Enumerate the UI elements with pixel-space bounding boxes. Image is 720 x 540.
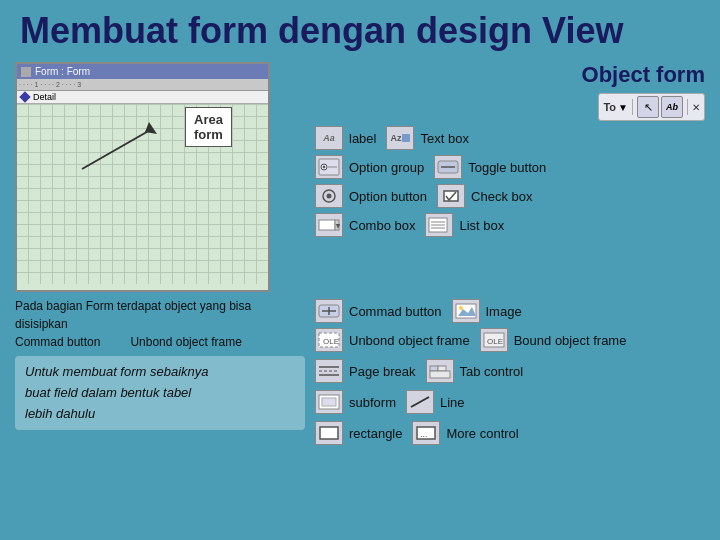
item-image-label: Image xyxy=(486,304,522,319)
subform-icon xyxy=(315,390,343,414)
object-toolbar: To ▼ ↖ Ab ✕ xyxy=(598,93,705,121)
item-togglebutton-label: Toggle button xyxy=(468,160,546,175)
item-optiongroup-label: Option group xyxy=(349,160,424,175)
item-label: Aa label xyxy=(315,124,376,152)
svg-rect-32 xyxy=(430,371,450,378)
form-titlebar: Form : Form xyxy=(17,64,268,79)
paragraph-text: Pada bagian Form terdapat object yang bi… xyxy=(15,297,305,351)
toolbar-arrow-icon[interactable]: ▼ xyxy=(618,102,628,113)
item-optionbutton-label: Option button xyxy=(349,189,427,204)
combobox-icon xyxy=(315,213,343,237)
detail-label: Detail xyxy=(33,92,56,102)
svg-line-35 xyxy=(411,397,429,407)
item-boundframe-label: Bound object frame xyxy=(514,333,627,348)
label-icon: Aa xyxy=(315,126,343,150)
svg-rect-11 xyxy=(319,220,335,230)
item-label-text-label: label xyxy=(349,131,376,146)
listbox-icon xyxy=(425,213,453,237)
bottom-left-panel: Pada bagian Form terdapat object yang bi… xyxy=(15,297,305,447)
object-form-title: Object form xyxy=(315,62,705,88)
svg-point-9 xyxy=(327,194,332,199)
form-detail-bar: Detail xyxy=(17,91,268,104)
line-icon xyxy=(406,390,434,414)
svg-text:...: ... xyxy=(420,429,428,439)
toolbar-separator2 xyxy=(687,99,688,115)
rectangle-icon xyxy=(315,421,343,445)
svg-point-22 xyxy=(459,306,463,310)
optiongroup-icon xyxy=(315,155,343,179)
item-subform: subform xyxy=(315,388,396,416)
item-textbox-label: Text box xyxy=(420,131,468,146)
commandbutton-icon xyxy=(315,299,343,323)
svg-line-0 xyxy=(82,129,152,169)
item-optiongroup: Option group xyxy=(315,153,424,181)
item-combobox: Combo box xyxy=(315,211,415,239)
item-line-label: Line xyxy=(440,395,465,410)
svg-rect-30 xyxy=(430,366,438,371)
form-ruler: · · · · 1 · · · · 2 · · · · 3 xyxy=(17,79,268,91)
item-morecontrol-label: More control xyxy=(446,426,518,441)
item-unboundframe: OLE Unbond object frame xyxy=(315,326,470,354)
item-unboundframe-label: Unbond object frame xyxy=(349,333,470,348)
object-form-panel: Object form To ▼ ↖ Ab ✕ Aa xyxy=(315,57,705,292)
item-rectangle: rectangle xyxy=(315,419,402,447)
item-commandbutton: Commad button xyxy=(315,297,442,325)
toolbar-separator xyxy=(632,99,633,115)
item-rectangle-label: rectangle xyxy=(349,426,402,441)
item-combobox-label: Combo box xyxy=(349,218,415,233)
boundframe-icon: OLE xyxy=(480,328,508,352)
item-optionbutton: Option button xyxy=(315,182,427,210)
item-line: Line xyxy=(406,388,465,416)
optionbutton-icon xyxy=(315,184,343,208)
form-screenshot: Form : Form · · · · 1 · · · · 2 · · · · … xyxy=(15,62,270,292)
toggle-icon xyxy=(434,155,462,179)
item-subform-label: subform xyxy=(349,395,396,410)
item-togglebutton: Toggle button xyxy=(434,153,546,181)
form-title-text: Form : Form xyxy=(35,66,90,77)
item-checkbox: Check box xyxy=(437,182,532,210)
item-pagebreak: Page break xyxy=(315,357,416,385)
svg-rect-31 xyxy=(438,366,446,371)
items-container: Aa label Az Text box xyxy=(315,124,705,239)
checkbox-icon xyxy=(437,184,465,208)
toolbar-btn-cursor[interactable]: ↖ xyxy=(637,96,659,118)
textbox-icon: Az xyxy=(386,126,414,150)
tabcontrol-icon xyxy=(426,359,454,383)
svg-rect-36 xyxy=(320,427,338,439)
item-listbox: List box xyxy=(425,211,504,239)
toolbar-to-label: To xyxy=(603,101,616,113)
italic-box: Untuk membuat form sebaiknya buat field … xyxy=(15,356,305,430)
item-image: Image xyxy=(452,297,522,325)
svg-marker-1 xyxy=(145,122,157,134)
svg-text:OLE: OLE xyxy=(487,337,503,346)
image-icon xyxy=(452,299,480,323)
item-listbox-label: List box xyxy=(459,218,504,233)
morecontrol-icon: ... xyxy=(412,421,440,445)
svg-text:OLE: OLE xyxy=(323,337,339,346)
area-form-arrow xyxy=(77,114,167,184)
item-commandbutton-label: Commad button xyxy=(349,304,442,319)
unboundframe-icon: OLE xyxy=(315,328,343,352)
item-morecontrol: ... More control xyxy=(412,419,518,447)
form-area-panel: Form : Form · · · · 1 · · · · 2 · · · · … xyxy=(15,57,305,292)
item-boundframe: OLE Bound object frame xyxy=(480,326,627,354)
item-checkbox-label: Check box xyxy=(471,189,532,204)
item-textbox: Az Text box xyxy=(386,124,468,152)
item-tabcontrol: Tab control xyxy=(426,357,524,385)
pagebreak-icon xyxy=(315,359,343,383)
area-form-label: Area form xyxy=(185,107,232,147)
toolbar-close-icon[interactable]: ✕ xyxy=(692,102,700,113)
page-title: Membuat form dengan design View xyxy=(0,0,720,57)
bottom-right-panel: Commad button Image xyxy=(315,297,705,447)
item-tabcontrol-label: Tab control xyxy=(460,364,524,379)
svg-point-4 xyxy=(323,166,325,168)
toolbar-btn-label[interactable]: Ab xyxy=(661,96,683,118)
item-pagebreak-label: Page break xyxy=(349,364,416,379)
svg-rect-34 xyxy=(322,398,336,406)
